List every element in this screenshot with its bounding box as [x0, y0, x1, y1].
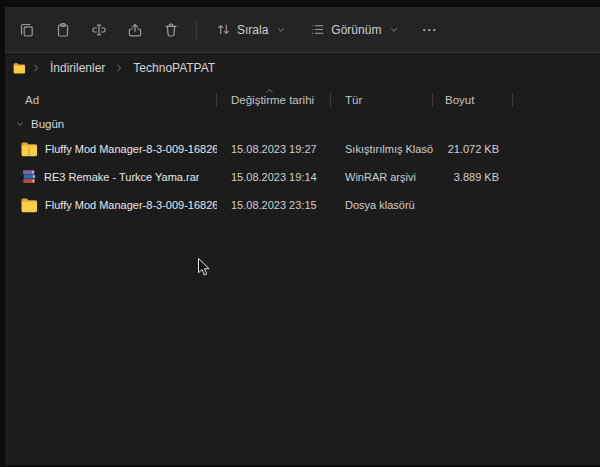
- zipped-folder-icon: [21, 142, 38, 157]
- share-button[interactable]: [118, 15, 152, 45]
- chevron-down-icon: [15, 119, 25, 129]
- chevron-down-icon: [389, 25, 399, 35]
- file-date: 15.08.2023 19:14: [217, 171, 331, 183]
- file-row[interactable]: Fluffy Mod Manager-8-3-009-1682610623 15…: [13, 191, 600, 219]
- column-header-name[interactable]: Ad: [13, 87, 217, 113]
- file-size: 3.889 KB: [433, 171, 513, 183]
- more-options-label: ⋯: [421, 21, 437, 39]
- copy-button[interactable]: [10, 15, 44, 45]
- view-icon: [310, 22, 325, 37]
- folder-icon: [21, 198, 38, 213]
- file-explorer-window: Sırala Görünüm ⋯: [5, 7, 600, 465]
- paste-button[interactable]: [46, 15, 80, 45]
- column-header-size-label: Boyut: [445, 94, 474, 106]
- rename-button[interactable]: [82, 15, 116, 45]
- view-button[interactable]: Görünüm: [300, 15, 409, 45]
- group-label: Bugün: [31, 118, 64, 130]
- file-date: 15.08.2023 23:15: [217, 199, 331, 211]
- command-toolbar: Sırala Görünüm ⋯: [5, 7, 600, 53]
- column-header-size[interactable]: Boyut: [433, 87, 513, 113]
- file-type: WinRAR arşivi: [331, 171, 433, 183]
- sort-ascending-indicator-icon: [265, 87, 274, 94]
- chevron-right-icon: [113, 63, 125, 73]
- breadcrumb: İndirilenler TechnoPATPAT: [5, 53, 600, 83]
- chevron-right-icon: [30, 63, 42, 73]
- view-button-label: Görünüm: [331, 23, 381, 37]
- file-name: Fluffy Mod Manager-8-3-009-168261062...: [45, 143, 217, 155]
- file-type: Sıkıştırılmış Klasör: [331, 143, 433, 155]
- file-date: 15.08.2023 19:27: [217, 143, 331, 155]
- copy-icon: [19, 22, 35, 38]
- group-header-today[interactable]: Bugün: [13, 113, 600, 135]
- file-type: Dosya klasörü: [331, 199, 433, 211]
- breadcrumb-item-downloads[interactable]: İndirilenler: [43, 58, 112, 78]
- file-row[interactable]: RE3 Remake - Turkce Yama.rar 15.08.2023 …: [13, 163, 600, 191]
- column-header-date-label: Değiştirme tarihi: [231, 94, 314, 106]
- winrar-archive-icon: [21, 169, 37, 185]
- column-header-date[interactable]: Değiştirme tarihi: [217, 87, 331, 113]
- location-folder-icon: [13, 63, 26, 74]
- sort-icon: [216, 22, 231, 37]
- rename-icon: [91, 22, 107, 38]
- share-icon: [127, 22, 143, 38]
- mouse-cursor: [197, 257, 211, 277]
- file-list: Ad Değiştirme tarihi Tür Boyut Bugün: [5, 87, 600, 219]
- column-headers: Ad Değiştirme tarihi Tür Boyut: [13, 87, 600, 113]
- file-name: RE3 Remake - Turkce Yama.rar: [44, 171, 199, 183]
- file-size: 21.072 KB: [433, 143, 513, 155]
- delete-button[interactable]: [154, 15, 188, 45]
- column-header-type[interactable]: Tür: [331, 87, 433, 113]
- sort-button-label: Sırala: [237, 23, 268, 37]
- column-header-name-label: Ad: [25, 94, 39, 106]
- chevron-down-icon: [276, 25, 286, 35]
- delete-icon: [163, 22, 179, 38]
- file-row[interactable]: Fluffy Mod Manager-8-3-009-168261062... …: [13, 135, 600, 163]
- column-header-type-label: Tür: [345, 94, 362, 106]
- paste-icon: [55, 22, 71, 38]
- toolbar-divider: [196, 20, 197, 40]
- more-options-button[interactable]: ⋯: [412, 15, 446, 45]
- breadcrumb-item-technopatpat[interactable]: TechnoPATPAT: [126, 58, 222, 78]
- sort-button[interactable]: Sırala: [206, 15, 296, 45]
- file-name: Fluffy Mod Manager-8-3-009-1682610623: [45, 199, 217, 211]
